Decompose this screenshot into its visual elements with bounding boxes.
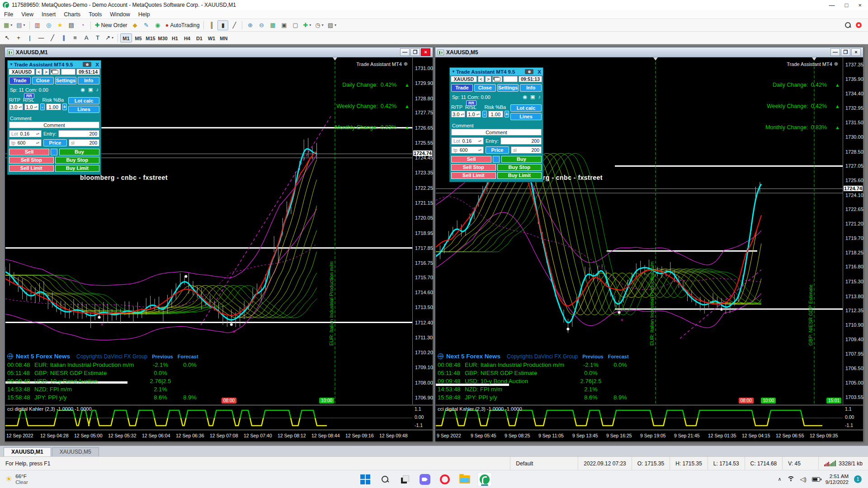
tab-info[interactable]: Info — [78, 77, 99, 84]
alerts-button[interactable]: ◉ — [152, 20, 163, 30]
buy-button[interactable]: Buy — [501, 156, 542, 163]
minimize-button[interactable]: — — [829, 2, 835, 9]
chart-close-button[interactable]: × — [421, 48, 430, 56]
line-chart-button[interactable]: ╱ — [229, 20, 240, 30]
folder-icon[interactable] — [50, 69, 60, 75]
tray-expand-icon[interactable]: ∧ — [778, 476, 781, 482]
symbol-field[interactable]: XAUUSD — [9, 69, 35, 75]
time-axis[interactable]: 9 Sep 20229 Sep 05:459 Sep 08:259 Sep 11… — [436, 431, 863, 441]
vertical-line-tool[interactable]: | — [24, 33, 35, 43]
bell-icon[interactable]: ♪ — [96, 87, 99, 93]
chart-minimize-button[interactable]: — — [830, 48, 840, 56]
trade-assistant-titlebar[interactable]: ▼ Trade Assistant MT4 9.5 X — [450, 68, 543, 75]
collapse-icon[interactable]: ▼ — [9, 62, 13, 66]
tab-settings[interactable]: Settings — [497, 84, 519, 92]
eye-icon[interactable]: ◉ — [80, 87, 85, 93]
buy-stop-button[interactable]: Buy Stop — [497, 164, 542, 171]
trade-assistant-titlebar[interactable]: ▼ Trade Assistant MT4 9.5 X — [8, 61, 101, 68]
fibonacci-tool[interactable]: ≡ — [70, 33, 80, 43]
folder-icon[interactable] — [492, 76, 502, 82]
buy-button[interactable]: Buy — [59, 149, 99, 155]
expert-advisors-button[interactable]: ◆ — [130, 20, 141, 30]
zoom-out-button[interactable]: ⊖ — [256, 20, 267, 30]
lot-calc-button[interactable]: Lot calc — [68, 97, 99, 104]
menu-item-insert[interactable]: Insert — [38, 11, 60, 18]
entry-input[interactable]: 200 — [500, 137, 542, 145]
lines-button[interactable]: Lines — [510, 113, 542, 120]
templates-button[interactable]: ▧▾ — [326, 20, 338, 30]
price-button[interactable]: Price — [43, 139, 67, 146]
tab-trade[interactable]: Trade — [9, 77, 31, 84]
comment-input[interactable]: Comment — [451, 129, 542, 136]
search-icon[interactable] — [845, 22, 851, 28]
zoom-in-button[interactable]: ⊕ — [245, 20, 255, 30]
sell-limit-button[interactable]: Sell Limit — [451, 172, 496, 179]
cursor-tool[interactable]: ↖ — [2, 33, 13, 43]
crosshair-tool[interactable]: + — [13, 33, 24, 43]
timeframe-w1[interactable]: W1 — [206, 33, 217, 42]
notification-badge[interactable]: 1 — [854, 475, 862, 483]
lines-button[interactable]: Lines — [68, 106, 99, 113]
candlestick-button[interactable]: ▮ — [217, 20, 228, 30]
time-axis[interactable]: 12 Sep 202212 Sep 04:2812 Sep 05:0012 Se… — [5, 431, 433, 441]
autotrading-button[interactable]: ●AutoTrading — [164, 20, 202, 30]
timeframe-h1[interactable]: H1 — [169, 33, 181, 42]
sl-input[interactable]: sl200 — [511, 146, 542, 154]
calendar-icon[interactable]: ▣ — [88, 87, 93, 93]
metaeditor-button[interactable]: ✎ — [141, 20, 152, 30]
strategy-tester-button[interactable]: ◔ — [77, 20, 88, 30]
chart-window-titlebar[interactable]: XAUUSD,M5 — ❐ × — [435, 47, 863, 57]
chart-close-button[interactable]: × — [851, 48, 861, 56]
buy-limit-button[interactable]: Buy Limit — [497, 172, 542, 179]
price-button[interactable]: Price — [486, 146, 509, 154]
next-symbol-button[interactable]: > — [43, 69, 49, 75]
camera-icon[interactable] — [525, 69, 533, 74]
rtp-input[interactable]: 3.0▴▾ — [9, 103, 23, 110]
panel-close-icon[interactable]: X — [538, 69, 541, 75]
tab-info[interactable]: Info — [520, 84, 542, 92]
chart-restore-button[interactable]: ❐ — [410, 48, 420, 56]
risk-plus-button[interactable]: + — [62, 103, 67, 110]
close-button[interactable]: × — [858, 2, 862, 9]
lot-input[interactable]: Lot0.16▴▾ — [451, 137, 484, 145]
sell-button[interactable]: Sell — [9, 149, 49, 155]
menu-item-view[interactable]: View — [17, 11, 38, 18]
rsl-input[interactable]: 1.0▴▾ — [467, 111, 481, 117]
bar-chart-button[interactable]: ║ — [206, 20, 217, 30]
timeframe-h4[interactable]: H4 — [181, 33, 193, 42]
sell-limit-button[interactable]: Sell Limit — [9, 165, 54, 172]
panel-close-icon[interactable]: X — [95, 62, 99, 67]
confirm-checkbox[interactable] — [493, 156, 500, 163]
opera-button[interactable] — [438, 473, 452, 486]
timeframe-m30[interactable]: M30 — [157, 33, 169, 42]
risk-input[interactable]: 1.00 — [46, 103, 61, 110]
taskbar-search-button[interactable] — [378, 473, 392, 486]
new-chart-button[interactable]: ▦▾ — [2, 20, 14, 30]
arrange-icons-button[interactable]: ▢ — [290, 20, 301, 30]
navigator-button[interactable]: ★ — [55, 20, 66, 30]
tab-xauusd-m5[interactable]: XAUUSD,M5 — [52, 447, 99, 456]
tab-close[interactable]: Close — [474, 84, 496, 92]
camera-icon[interactable] — [83, 62, 91, 67]
arrows-tool[interactable]: ↗▾ — [104, 33, 115, 43]
tp-input[interactable]: tp600▴▾ — [451, 146, 484, 154]
timeframe-d1[interactable]: D1 — [193, 33, 205, 42]
chart-restore-button[interactable]: ❐ — [841, 48, 850, 56]
sell-stop-button[interactable]: Sell Stop — [451, 164, 496, 171]
timeframe-mn[interactable]: MN — [218, 33, 230, 42]
horizontal-line-tool[interactable]: — — [36, 33, 47, 43]
rsl-input[interactable]: 1.0▴▾ — [24, 103, 38, 110]
sl-input[interactable]: sl200 — [69, 139, 99, 146]
tab-xauusd-m1[interactable]: XAUUSD,M1 — [4, 447, 51, 456]
bell-icon[interactable]: ♪ — [538, 94, 541, 100]
sell-stop-button[interactable]: Sell Stop — [9, 157, 54, 164]
entry-input[interactable]: 200 — [58, 130, 99, 137]
chart-window-titlebar[interactable]: XAUUSD,M1 — ❐ × — [5, 47, 433, 57]
chart-minimize-button[interactable]: — — [400, 48, 410, 56]
menu-item-window[interactable]: Window — [106, 11, 134, 18]
add-indicator-button[interactable]: ✚▾ — [301, 20, 313, 30]
price-axis[interactable]: 1737.351735.901734.401732.951731.501730.… — [843, 57, 863, 404]
metatrader-button[interactable] — [478, 473, 491, 486]
menu-item-charts[interactable]: Charts — [60, 11, 85, 18]
tile-windows-button[interactable]: ▦ — [267, 20, 278, 30]
